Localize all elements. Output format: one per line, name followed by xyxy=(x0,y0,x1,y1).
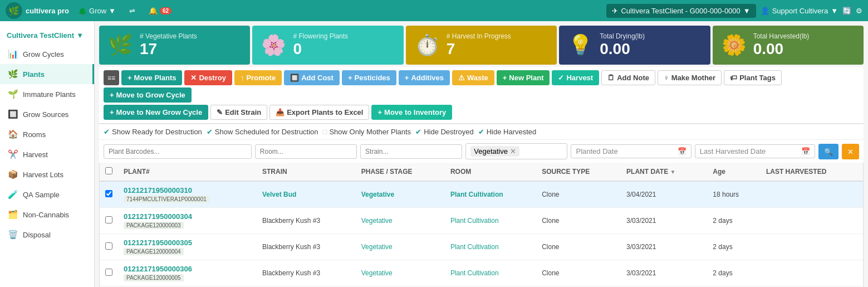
row-plant-id[interactable]: 01212171950000304 PACKAGE120000003 xyxy=(118,208,257,234)
filter-hide-harvested[interactable]: ✔ Hide Harvested xyxy=(478,128,537,136)
waste-button[interactable]: ⚠ Waste xyxy=(452,70,494,85)
row-plant-date: 3/03/2021 xyxy=(621,208,707,234)
col-plant-date[interactable]: PLANT DATE ▼ xyxy=(621,163,707,181)
edit-strain-button[interactable]: ✎ Edit Strain xyxy=(210,105,267,120)
sidebar-item-harvest-lots[interactable]: 📦 Harvest Lots xyxy=(0,164,94,184)
box-icon: 📦 xyxy=(8,169,18,179)
row-source-type: Clone xyxy=(536,208,621,234)
row-plant-id[interactable]: 01212171950000310 7144PMCULTIVERA1P00000… xyxy=(118,181,257,208)
refresh-button[interactable]: 🔄 xyxy=(842,7,851,15)
row-plant-id[interactable]: 01212171950000305 PACKAGE120000004 xyxy=(118,234,257,260)
row-checkbox-cell[interactable] xyxy=(100,234,118,260)
add-cost-button[interactable]: 🔲 Add Cost xyxy=(284,70,340,85)
room-input[interactable] xyxy=(255,144,357,159)
move-to-inventory-button[interactable]: + Move to Inventory xyxy=(371,105,452,120)
last-harvested-filter[interactable]: Last Harvested Date 📅 xyxy=(695,144,815,158)
sidebar-item-rooms[interactable]: 🏠 Rooms xyxy=(0,124,94,144)
harvest-progress-icon: ⏱️ xyxy=(415,33,440,57)
planted-date-filter[interactable]: Planted Date 📅 xyxy=(571,144,691,158)
calendar-harvested-icon[interactable]: 📅 xyxy=(801,147,810,155)
add-note-button[interactable]: 🗒 Add Note xyxy=(601,70,655,85)
export-label: Export Plants to Excel xyxy=(287,108,363,116)
table-row[interactable]: 01212171950000306 PACKAGE120000005 Black… xyxy=(100,260,863,286)
pesticides-button[interactable]: + Pesticides xyxy=(342,70,396,85)
settings-button[interactable]: ⚙ xyxy=(856,7,862,15)
plant-tags-button[interactable]: 🏷 Plant Tags xyxy=(724,70,782,85)
sidebar-label-qa-sample: QA Sample xyxy=(23,191,60,199)
move-to-new-grow-cycle-button[interactable]: + Move to New Grow Cycle xyxy=(104,105,208,120)
row-plant-id[interactable]: 01212171950000306 PACKAGE120000005 xyxy=(118,260,257,286)
barcode-button[interactable]: ≡≡ xyxy=(104,70,119,85)
filter-hide-destroyed[interactable]: ✔ Hide Destroyed xyxy=(415,128,474,136)
col-age[interactable]: Age xyxy=(707,163,761,181)
sidebar-item-immature-plants[interactable]: 🌱 Immature Plants xyxy=(0,84,94,104)
sidebar-chevron-icon: ▼ xyxy=(76,31,84,40)
inventory-icon: + xyxy=(377,108,382,116)
col-strain[interactable]: STRAIN xyxy=(257,163,356,181)
filter-scheduled-destruction[interactable]: ✔ Show Scheduled for Destruction xyxy=(207,128,318,136)
stat-card-drying[interactable]: 💡 Total Drying(lb) 0.00 xyxy=(559,26,710,65)
nav-notification[interactable]: 🔔 62 xyxy=(144,4,176,17)
search-button[interactable]: 🔍 xyxy=(818,144,838,159)
promote-button[interactable]: ↑ Promote xyxy=(234,70,282,85)
row-checkbox-cell[interactable] xyxy=(100,260,118,286)
filter-mother-plants[interactable]: □ Show Only Mother Plants xyxy=(323,128,411,136)
col-phase[interactable]: PHASE / STAGE xyxy=(356,163,445,181)
col-source-type[interactable]: SOURCE TYPE xyxy=(536,163,621,181)
export-plants-button[interactable]: 📥 Export Plants to Excel xyxy=(269,105,369,120)
destroy-button[interactable]: ✕ Destroy xyxy=(184,70,232,85)
new-grow-cycle-icon: + xyxy=(110,108,114,116)
select-all-checkbox[interactable] xyxy=(105,167,112,174)
row-checkbox-cell[interactable] xyxy=(100,208,118,234)
table-row[interactable]: 01212171950000310 7144PMCULTIVERA1P00000… xyxy=(100,181,863,208)
row-strain: Blackberry Kush #3 xyxy=(257,260,356,286)
additives-button[interactable]: + Additives xyxy=(399,70,450,85)
row-checkbox[interactable] xyxy=(105,242,112,250)
row-age: 2 days xyxy=(707,260,761,286)
sidebar-item-qa-sample[interactable]: 🧪 QA Sample xyxy=(0,184,94,205)
sidebar-item-non-cannabis[interactable]: 🗂️ Non-Cannabis xyxy=(0,205,94,225)
col-last-harvested[interactable]: LAST HARVESTED xyxy=(761,163,863,181)
stat-card-vegetative[interactable]: 🌿 # Vegetative Plants 17 xyxy=(99,26,250,65)
sidebar-item-plants[interactable]: 🌿 Plants xyxy=(0,64,94,84)
row-checkbox-cell[interactable] xyxy=(100,181,118,208)
sidebar-item-harvest[interactable]: ✂️ Harvest xyxy=(0,144,94,164)
nav-grow[interactable]: 🌲 Grow ▼ xyxy=(73,4,120,17)
move-plants-button[interactable]: + Move Plants xyxy=(121,70,182,85)
sidebar-item-disposal[interactable]: 🗑️ Disposal xyxy=(0,225,94,245)
move-to-grow-cycle-button[interactable]: + Move to Grow Cycle xyxy=(104,87,192,103)
row-room: Plant Cultivation xyxy=(445,234,536,260)
sidebar-item-grow-cycles[interactable]: 📊 Grow Cycles xyxy=(0,44,94,64)
row-checkbox[interactable] xyxy=(105,216,112,223)
phase-tag-remove-icon[interactable]: ✕ xyxy=(510,147,516,155)
table-row[interactable]: 01212171950000305 PACKAGE120000004 Black… xyxy=(100,234,863,260)
row-package-id: PACKAGE120000004 xyxy=(124,248,184,255)
client-selector[interactable]: ✈ Cultivera TestClient - G000-000-0000 ▼ xyxy=(606,4,756,18)
new-plant-button[interactable]: + New Plant xyxy=(497,70,550,85)
stat-card-flowering[interactable]: 🌸 # Flowering Plants 0 xyxy=(252,26,403,65)
row-checkbox[interactable] xyxy=(105,190,112,197)
col-room[interactable]: ROOM xyxy=(445,163,536,181)
app-logo[interactable]: 🌿 cultívera pro xyxy=(6,2,69,19)
phase-filter[interactable]: Vegetative ✕ xyxy=(465,143,567,159)
row-checkbox[interactable] xyxy=(105,269,112,276)
stat-card-harvest[interactable]: ⏱️ # Harvest In Progress 7 xyxy=(406,26,557,65)
harvest-button[interactable]: ✓ Harvest xyxy=(552,70,599,85)
sidebar-client-header[interactable]: Cultivera TestClient ▼ xyxy=(0,27,94,44)
plant-barcode-input[interactable] xyxy=(104,144,252,159)
filter-ready-destruction[interactable]: ✔ Show Ready for Destruction xyxy=(104,128,202,136)
sidebar-label-harvest: Harvest xyxy=(23,150,48,159)
make-mother-button[interactable]: ♀ Make Mother xyxy=(658,70,722,85)
calendar-planted-icon[interactable]: 📅 xyxy=(678,147,686,155)
sidebar-item-grow-sources[interactable]: 🔲 Grow Sources xyxy=(0,104,94,124)
nav-transfer[interactable]: ⇌ xyxy=(125,4,140,17)
row-plant-date: 3/03/2021 xyxy=(621,234,707,260)
plants-table-container: PLANT# STRAIN PHASE / STAGE ROOM SOURCE … xyxy=(99,163,864,287)
stat-card-harvested[interactable]: 🌼 Total Harvested(lb) 0.00 xyxy=(713,26,864,65)
support-button[interactable]: 👤 Support Cultivera ▼ xyxy=(761,7,838,15)
table-row[interactable]: 01212171950000304 PACKAGE120000003 Black… xyxy=(100,208,863,234)
strain-input[interactable] xyxy=(360,144,462,159)
col-plant-num[interactable]: PLANT# xyxy=(118,163,257,181)
clear-button[interactable]: ✕ xyxy=(842,144,859,159)
toolbar-row-1: ≡≡ + Move Plants ✕ Destroy ↑ Promote 🔲 A… xyxy=(104,70,859,103)
